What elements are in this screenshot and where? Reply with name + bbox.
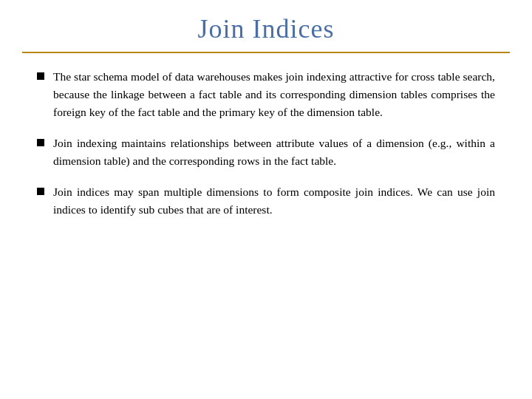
bullet-text-1: The star schema model of data warehouses…: [53, 68, 495, 121]
content-area: The star schema model of data warehouses…: [0, 53, 532, 384]
bullet-item-3: Join indices may span multiple dimension…: [37, 183, 495, 219]
bullet-marker-3: [37, 188, 44, 195]
title-area: Join Indices: [0, 0, 532, 52]
slide-title: Join Indices: [30, 13, 502, 44]
bullet-item-1: The star schema model of data warehouses…: [37, 68, 495, 121]
bullet-marker-1: [37, 72, 44, 80]
slide: Join Indices The star schema model of da…: [0, 0, 532, 399]
bullet-item-2: Join indexing maintains relationships be…: [37, 134, 495, 170]
bullet-marker-2: [37, 139, 44, 146]
bullet-text-2: Join indexing maintains relationships be…: [53, 134, 495, 170]
bullet-text-3: Join indices may span multiple dimension…: [53, 183, 495, 219]
